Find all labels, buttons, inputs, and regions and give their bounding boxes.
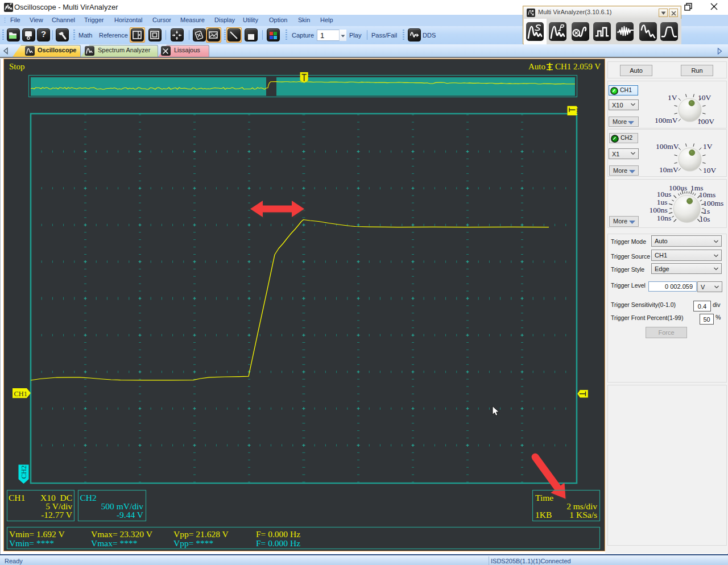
svg-text:CH2: CH2 bbox=[80, 493, 97, 502]
svg-text:2.059 V: 2.059 V bbox=[573, 62, 601, 71]
svg-text:Stop: Stop bbox=[9, 62, 25, 71]
svg-text:Vmin= ****: Vmin= **** bbox=[9, 538, 54, 548]
svg-text:Vpp= 21.628 V: Vpp= 21.628 V bbox=[173, 529, 229, 539]
svg-text:Auto: Auto bbox=[528, 62, 545, 71]
svg-text:Vpp= ****: Vpp= **** bbox=[173, 538, 214, 548]
svg-text:F= 0.000 Hz: F= 0.000 Hz bbox=[256, 538, 300, 548]
svg-text:Vmax= 23.320 V: Vmax= 23.320 V bbox=[91, 529, 153, 539]
svg-text:F= 0.000 Hz: F= 0.000 Hz bbox=[256, 529, 300, 539]
svg-text:Time: Time bbox=[535, 493, 553, 502]
svg-text:CH1: CH1 bbox=[14, 390, 28, 398]
svg-text:-9.44 V: -9.44 V bbox=[117, 510, 144, 520]
svg-text:-12.77 V: -12.77 V bbox=[41, 510, 73, 520]
svg-text:Vmax= ****: Vmax= **** bbox=[91, 538, 138, 548]
svg-text:1KB: 1KB bbox=[535, 510, 552, 520]
svg-text:CH1: CH1 bbox=[9, 493, 25, 502]
svg-text:CH1: CH1 bbox=[555, 62, 571, 71]
svg-text:Vmin= 1.692 V: Vmin= 1.692 V bbox=[9, 529, 65, 539]
svg-text:1 KSa/s: 1 KSa/s bbox=[569, 510, 597, 520]
svg-text:CH2: CH2 bbox=[20, 466, 28, 479]
